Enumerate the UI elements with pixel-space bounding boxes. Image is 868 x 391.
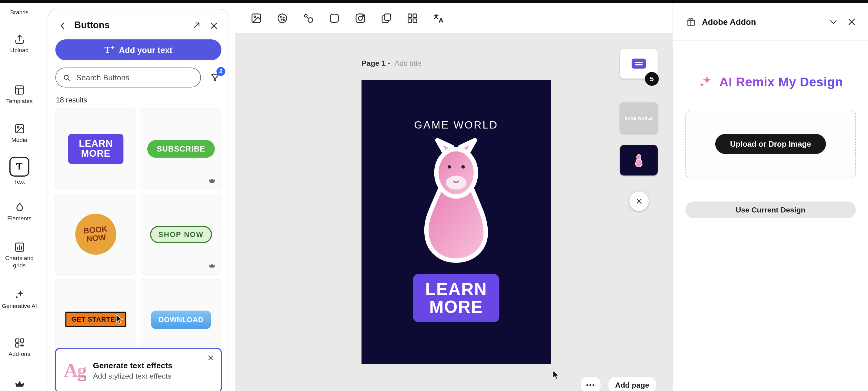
addon-title: Adobe Addon [702,17,756,26]
sidebar-item-brands[interactable]: Brands [0,9,39,16]
get-started-preview: GET STARTED [65,311,126,327]
artboard-heading[interactable]: GAME WORLD [414,119,498,131]
upload-icon [13,33,25,45]
shapes-icon [302,12,314,24]
back-button[interactable] [56,19,69,32]
close-icon [636,198,643,205]
filter-button[interactable]: 2 [209,71,221,84]
add-page-button[interactable]: Add page [608,377,657,391]
photo-tool-button[interactable] [249,11,264,25]
promo-title: Generate text effects [93,361,173,369]
panel-title: Buttons [74,20,110,31]
search-box[interactable] [56,68,201,88]
addon-heading-row: AI Remix My Design [673,74,868,90]
frame-tool-button[interactable] [327,11,341,25]
artboard-learn-more-button[interactable]: LEARN MORE [413,274,499,322]
close-addon-button[interactable] [845,15,858,28]
rounded-square-icon [328,12,340,24]
image-dropzone[interactable]: Upload or Drop Image [685,110,856,178]
text-effects-art: Ag [64,359,86,382]
button-card-subscribe[interactable]: SUBSCRIBE [141,109,221,189]
screen: Brands Upload Templates Media T Text [0,0,868,391]
promo-subtitle: Add stylized text effects [93,372,173,380]
results-count: 18 results [56,96,221,104]
premium-crown-icon [208,177,216,185]
translate-button[interactable] [431,11,445,25]
photo-icon [250,12,262,24]
collapse-addon-button[interactable] [827,15,840,28]
learn-more-preview: LEARNMORE [68,134,124,164]
top-black-bar [0,0,868,3]
sidebar-item-add-ons[interactable]: Add-ons [0,337,39,358]
subscribe-preview: SUBSCRIBE [147,140,215,158]
text-icon: T [9,157,29,177]
page-count-badge[interactable]: 5 [645,72,659,86]
close-icon [847,17,857,26]
sidebar-item-elements[interactable]: Elements [0,202,39,222]
expand-icon [191,21,201,30]
crown-icon [13,379,25,390]
text-effects-promo-banner[interactable]: Ag Generate text effects Add stylized te… [55,348,222,391]
organize-grid-icon [406,12,418,24]
left-sidebar: Brands Upload Templates Media T Text [0,3,39,391]
organize-pages-button[interactable] [405,11,420,25]
instagram-icon [354,12,366,24]
duplicate-icon [380,12,393,24]
page-thumbnail-3[interactable] [620,145,658,176]
sidebar-item-charts[interactable]: Charts and grids [0,241,39,269]
sidebar-item-upload[interactable]: Upload [0,33,39,54]
sticker-icon [276,12,288,24]
dismiss-thumbnails-button[interactable] [629,191,649,211]
use-current-design-button[interactable]: Use Current Design [685,202,856,218]
buttons-panel: Buttons T+ Add your text [48,9,229,391]
search-input[interactable] [75,72,194,83]
generative-ai-icon [13,289,25,300]
duplicate-tool-button[interactable] [379,11,393,25]
button-template-grid: LEARNMORE SUBSCRIBE BOOKNOW SHOP NOW [56,109,221,360]
sidebar-item-text[interactable]: T Text [0,157,39,185]
shapes-tool-button[interactable] [301,11,315,25]
book-now-preview: BOOKNOW [74,212,118,256]
media-icon [13,123,25,134]
canvas-area[interactable]: Page 1 - Add title GAME WORLD [235,33,673,391]
translate-icon [433,12,444,24]
upload-or-drop-button[interactable]: Upload or Drop Image [715,134,826,154]
promo-close-button[interactable] [206,353,216,363]
chevron-left-icon [58,21,68,30]
button-card-book-now[interactable]: BOOKNOW [56,194,136,275]
artboard-page-1[interactable]: GAME WORLD [362,80,551,364]
canvas-toolbar [235,3,673,33]
mouse-cursor [551,370,561,381]
sidebar-item-premium[interactable] [0,379,39,390]
button-card-shop-now[interactable]: SHOP NOW [141,194,221,275]
addon-heading: AI Remix My Design [719,74,843,89]
addon-box-icon [685,16,696,27]
elements-icon [13,202,25,213]
page-label[interactable]: Page 1 - Add title [362,59,422,67]
mini-llama-preview [633,153,645,168]
charts-icon [13,241,25,253]
social-content-button[interactable] [353,11,367,25]
sidebar-item-templates[interactable]: Templates [0,84,39,105]
panel-header: Buttons [56,17,220,34]
more-options-button[interactable]: ••• [580,377,601,391]
text-plus-icon: T+ [104,45,114,55]
expand-panel-button[interactable] [190,19,203,32]
page-title-placeholder[interactable]: Add title [394,59,421,67]
add-your-text-button[interactable]: T+ Add your text [56,39,221,60]
sidebar-item-media[interactable]: Media [0,123,39,143]
filter-count-badge: 2 [216,67,225,76]
close-icon [209,21,218,30]
search-icon [62,73,71,82]
close-icon [207,354,214,362]
close-panel-button[interactable] [208,19,220,32]
download-preview: DOWNLOAD [151,310,211,329]
shop-now-preview: SHOP NOW [150,225,212,243]
llama-sticker-image[interactable] [402,134,510,266]
addon-header: Adobe Addon [673,3,868,41]
adobe-addon-panel: Adobe Addon AI Remix My Design Upload or… [673,3,868,391]
sidebar-item-generative-ai[interactable]: Generative AI [0,289,39,309]
page-thumbnail-2[interactable]: GAME WORLD [620,102,658,133]
button-card-learn-more[interactable]: LEARNMORE [56,109,136,189]
stickers-tool-button[interactable] [275,11,289,25]
